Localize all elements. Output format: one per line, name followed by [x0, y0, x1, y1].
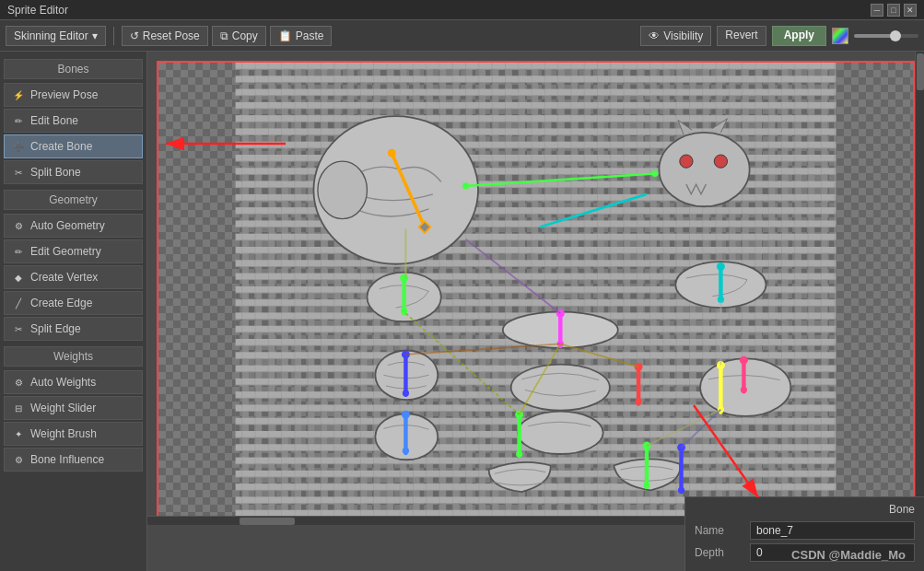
- bone-influence-label: Bone Influence: [30, 453, 104, 466]
- create-vertex-button[interactable]: ◆ Create Vertex: [4, 265, 143, 289]
- svg-point-7: [659, 133, 749, 206]
- title-bar-text: Sprite Editor: [7, 4, 68, 17]
- reset-pose-icon: ↺: [130, 29, 139, 42]
- weight-brush-label: Weight Brush: [30, 427, 97, 440]
- geometry-section-header: Geometry: [4, 190, 143, 210]
- svg-point-22: [462, 182, 469, 189]
- toolbar: Skinning Editor ▾ ↺ Reset Pose ⧉ Copy 📋 …: [0, 20, 924, 52]
- watermark: CSDN @Maddie_Mo: [791, 548, 906, 562]
- maximize-button[interactable]: □: [887, 4, 900, 17]
- auto-geometry-label: Auto Geometry: [30, 219, 105, 232]
- split-bone-icon: ✂: [12, 166, 25, 179]
- preview-pose-label: Preview Pose: [30, 88, 98, 101]
- create-bone-button[interactable]: ➕ Create Bone: [4, 134, 143, 158]
- auto-geometry-button[interactable]: ⚙ Auto Geometry: [4, 214, 143, 238]
- apply-button[interactable]: Apply: [772, 26, 826, 46]
- visibility-icon: 👁: [649, 29, 660, 42]
- auto-weights-icon: ⚙: [12, 376, 25, 389]
- canvas-inner[interactable]: [157, 61, 915, 525]
- color-swatch[interactable]: [832, 28, 848, 44]
- canvas-background: [158, 63, 913, 523]
- paste-button[interactable]: 📋 Paste: [270, 26, 333, 46]
- bone-influence-icon: ⚙: [12, 453, 25, 466]
- copy-button[interactable]: ⧉ Copy: [212, 26, 266, 46]
- reset-pose-button[interactable]: ↺ Reset Pose: [122, 26, 208, 46]
- svg-point-8: [680, 155, 693, 168]
- title-bar: Sprite Editor ─ □ ✕: [0, 0, 924, 20]
- svg-point-54: [643, 482, 649, 488]
- visibility-label: Visibility: [663, 29, 703, 42]
- apply-label: Apply: [784, 29, 814, 41]
- create-bone-icon: ➕: [12, 140, 25, 153]
- opacity-slider[interactable]: [854, 34, 918, 38]
- sprite-canvas[interactable]: [158, 63, 913, 523]
- create-edge-icon: ╱: [12, 297, 25, 309]
- vertical-scrollbar[interactable]: [915, 52, 924, 525]
- weight-slider-icon: ⊟: [12, 402, 25, 414]
- svg-point-51: [516, 450, 522, 457]
- opacity-slider-container: [854, 34, 918, 38]
- split-edge-button[interactable]: ✂ Split Edge: [4, 317, 143, 341]
- svg-point-9: [714, 155, 727, 168]
- canvas-area[interactable]: Bone Name Depth: [147, 52, 924, 571]
- edit-geometry-button[interactable]: ✏ Edit Geometry: [4, 239, 143, 263]
- auto-weights-label: Auto Weights: [30, 376, 96, 389]
- reset-pose-label: Reset Pose: [143, 29, 200, 42]
- bone-influence-button[interactable]: ⚙ Bone Influence: [4, 448, 143, 472]
- bones-section-header: Bones: [4, 59, 143, 79]
- split-bone-label: Split Bone: [30, 166, 81, 179]
- split-bone-button[interactable]: ✂ Split Bone: [4, 160, 143, 184]
- bone-panel-title: Bone: [695, 503, 915, 516]
- opacity-slider-thumb[interactable]: [890, 30, 901, 41]
- edit-geometry-icon: ✏: [12, 245, 25, 258]
- main-layout: Bones ⚡ Preview Pose ✏ Edit Bone ➕ Creat…: [0, 52, 924, 571]
- auto-weights-button[interactable]: ⚙ Auto Weights: [4, 370, 143, 394]
- svg-point-39: [636, 398, 642, 404]
- svg-point-23: [651, 170, 658, 177]
- skinning-editor-label: Skinning Editor: [14, 29, 88, 42]
- revert-button[interactable]: Revert: [717, 26, 766, 46]
- svg-point-19: [388, 149, 396, 157]
- create-vertex-label: Create Vertex: [30, 271, 98, 284]
- close-button[interactable]: ✕: [904, 4, 917, 17]
- svg-point-17: [518, 412, 603, 454]
- copy-label: Copy: [232, 29, 258, 42]
- left-panel: Bones ⚡ Preview Pose ✏ Edit Bone ➕ Creat…: [0, 52, 147, 571]
- weights-section-header: Weights: [4, 346, 143, 367]
- toolbar-right: 👁 Visibility Revert Apply: [640, 26, 918, 46]
- auto-geometry-icon: ⚙: [12, 219, 25, 232]
- preview-pose-button[interactable]: ⚡ Preview Pose: [4, 83, 143, 107]
- revert-label: Revert: [725, 29, 757, 41]
- edit-bone-button[interactable]: ✏ Edit Bone: [4, 109, 143, 133]
- split-edge-label: Split Edge: [30, 322, 81, 335]
- preview-pose-icon: ⚡: [12, 88, 25, 101]
- toolbar-separator-1: [113, 27, 114, 45]
- create-edge-button[interactable]: ╱ Create Edge: [4, 291, 143, 315]
- dropdown-arrow-icon: ▾: [92, 29, 98, 42]
- edit-bone-label: Edit Bone: [30, 114, 78, 127]
- skinning-editor-dropdown[interactable]: Skinning Editor ▾: [6, 26, 106, 46]
- weight-brush-icon: ✦: [12, 427, 25, 440]
- copy-icon: ⧉: [220, 29, 228, 42]
- svg-point-57: [678, 487, 684, 494]
- depth-label: Depth: [695, 546, 750, 559]
- name-input[interactable]: [750, 521, 915, 540]
- minimize-button[interactable]: ─: [871, 4, 883, 17]
- svg-point-47: [402, 411, 410, 419]
- weight-slider-button[interactable]: ⊟ Weight Slider: [4, 396, 143, 420]
- split-edge-icon: ✂: [12, 322, 25, 335]
- paste-icon: 📋: [278, 29, 292, 42]
- svg-point-26: [400, 274, 408, 282]
- visibility-button[interactable]: 👁 Visibility: [640, 26, 711, 46]
- weight-slider-label: Weight Slider: [30, 402, 96, 414]
- horizontal-scrollbar-thumb[interactable]: [240, 518, 295, 525]
- svg-point-48: [403, 448, 409, 454]
- weight-brush-button[interactable]: ✦ Weight Brush: [4, 422, 143, 446]
- title-bar-controls: ─ □ ✕: [871, 4, 917, 17]
- edit-bone-icon: ✏: [12, 114, 25, 127]
- svg-point-42: [403, 390, 409, 396]
- paste-label: Paste: [296, 29, 324, 42]
- name-label: Name: [695, 524, 750, 537]
- name-row: Name: [695, 521, 915, 540]
- vertical-scrollbar-thumb[interactable]: [917, 53, 924, 90]
